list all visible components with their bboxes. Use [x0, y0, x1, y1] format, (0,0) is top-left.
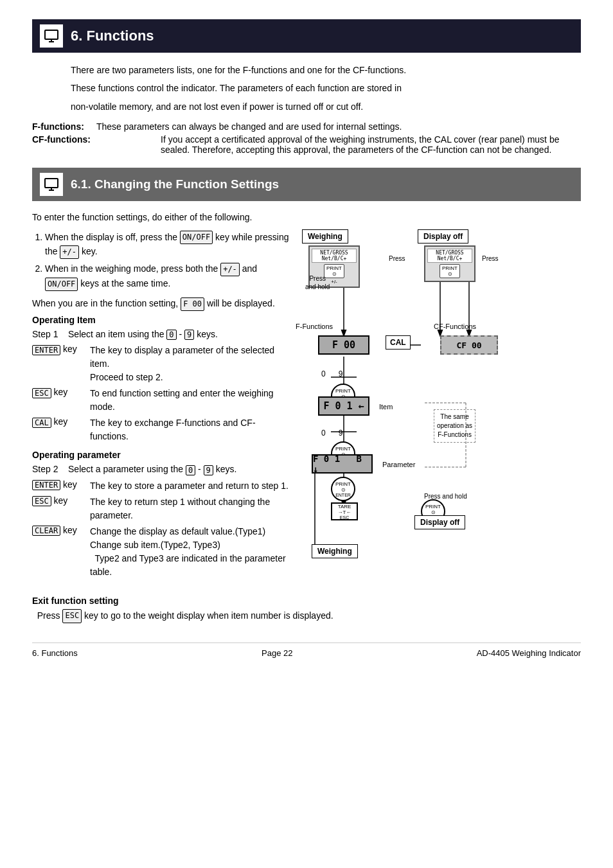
parameter-label: Parameter	[382, 461, 415, 468]
esc-key-row2: ESC key The key to return step 1 without…	[32, 495, 289, 522]
footer-center: Page 22	[262, 648, 292, 658]
f00-display: F 00	[318, 335, 369, 355]
clear-key-desc: Change the display as default value.(Typ…	[90, 525, 289, 579]
press-text-right2: Press	[482, 255, 499, 262]
cal-key-row: CAL key The key to exchange F-functions …	[32, 416, 289, 443]
cffunctions-label: CF-functions:	[32, 134, 96, 155]
esc-key-row1: ESC key To end function setting and ente…	[32, 387, 289, 414]
section6-title: 6. Functions	[71, 28, 154, 44]
section61-title: 6.1. Changing the Function Settings	[71, 177, 279, 191]
svg-rect-0	[45, 30, 58, 39]
ffunctions-label: F-functions:	[32, 121, 96, 132]
plusminus-key2: +/-	[220, 263, 240, 276]
key-9: 9	[184, 330, 194, 340]
esc-key-label2: ESC key	[32, 495, 90, 506]
intro-line1: There are two parameters lists, one for …	[71, 63, 581, 77]
ffunctions-row: F-functions: These parameters can always…	[32, 121, 581, 132]
clear-key-label: CLEAR key	[32, 525, 90, 536]
footer-right: AD-4405 Weighing Indicator	[477, 648, 581, 658]
intro-line3: non-volatile memory, and are not lost ev…	[71, 100, 581, 114]
weighing-label-top: Weighing	[302, 229, 348, 244]
footer-left: 6. Functions	[32, 648, 78, 658]
step1: When the display is off, press the ON/OF…	[45, 230, 289, 260]
section61-icon	[40, 173, 63, 196]
cffunctions-row: CF-functions: If you accept a certificat…	[32, 134, 581, 155]
page-footer: 6. Functions Page 22 AD-4405 Weighing In…	[32, 642, 581, 658]
exit-section: Exit function setting Press ESC key to g…	[32, 596, 581, 623]
range-0-9-top: 0 9	[321, 369, 342, 378]
press-text-right: Press	[389, 255, 405, 262]
ffunctions-desc: These parameters can always be changed a…	[96, 121, 581, 132]
onoff-key2: ON/OFF	[45, 278, 78, 291]
operating-item-section: Operating Item Step 1 Select an item usi…	[32, 315, 289, 443]
section61-header: 6.1. Changing the Function Settings	[32, 168, 581, 201]
f00-key: F 00	[181, 297, 204, 311]
key-0: 0	[166, 330, 176, 340]
cffunctions-desc: If you accept a certificated approval of…	[161, 134, 581, 155]
functions-list: F-functions: These parameters can always…	[32, 121, 581, 155]
step1-line: Step 1 Select an item using the 0 - 9 ke…	[32, 329, 289, 340]
steps-list: When the display is off, press the ON/OF…	[45, 230, 289, 292]
operating-param-section: Operating parameter Step 2 Select a para…	[32, 450, 289, 578]
intro-line2: These functions control the indicator. T…	[71, 81, 581, 95]
text-content: To enter the function settings, do eithe…	[32, 210, 289, 585]
section6-icon	[40, 24, 63, 48]
section61-content: To enter the function settings, do eithe…	[32, 210, 581, 585]
cal-button: CAL	[386, 335, 411, 350]
key-0b: 0	[186, 465, 195, 475]
press-and-hold-left: Pressand hold	[305, 274, 330, 291]
onoff-key: ON/OFF	[180, 231, 213, 244]
clear-key-row: CLEAR key Change the display as default …	[32, 525, 289, 579]
same-operation-label: The sameoperation asF-Functions	[434, 409, 475, 443]
esc-key-label1: ESC key	[32, 387, 90, 398]
diagram-wrapper: Weighing Display off NET/GROSSNet/B/C+ P…	[296, 210, 533, 570]
exit-desc: Press ESC key to go to the weight displa…	[32, 608, 581, 623]
enter-key-desc2: The key to store a parameter and return …	[90, 479, 289, 493]
plusminus-key1: +/-	[60, 245, 79, 259]
display-off-bottom: Display off	[414, 515, 465, 529]
diagram-area: Weighing Display off NET/GROSSNet/B/C+ P…	[296, 210, 540, 585]
operating-item-title: Operating Item	[32, 315, 289, 325]
enter-key-label2: ENTER key	[32, 479, 90, 490]
cf-functions-label: CF-Functions	[434, 323, 476, 330]
key-9b: 9	[204, 465, 213, 475]
cal-key-label: CAL key	[32, 416, 90, 427]
enter-key-desc: The key to display a parameter of the se…	[90, 344, 289, 384]
fnn-display-text: When you are in the function setting, F …	[32, 296, 289, 311]
esc-key-desc1: To end function setting and enter the we…	[90, 387, 289, 414]
weighing-label-bottom: Weighing	[312, 544, 358, 558]
print-circle-3: PRINT ⊙ ENTER	[331, 477, 355, 501]
f01b-display: F 0 1 B ↓	[312, 454, 373, 474]
f-functions-label: F-Functions	[296, 323, 333, 330]
enter-key-row: ENTER key The key to display a parameter…	[32, 344, 289, 384]
cal-key-desc: The key to exchange F-functions and CF-f…	[90, 416, 289, 443]
param-key-rows: ENTER key The key to store a parameter a…	[32, 479, 289, 579]
esc-key-exit: ESC	[62, 609, 82, 623]
tare-button: TARE →T← ESC	[331, 502, 358, 520]
section6-header: 6. Functions	[32, 19, 581, 53]
cf00-display: CF 00	[440, 335, 498, 355]
svg-rect-3	[45, 179, 58, 188]
enter-key-label: ENTER key	[32, 344, 90, 355]
f01-display: F 0 1 ←	[318, 396, 369, 416]
press-hold-bottom: Press and hold	[424, 493, 467, 500]
step2: When in the weighing mode, press both th…	[45, 261, 289, 291]
range-0-9-bot: 0 9	[321, 429, 342, 438]
item-key-rows: ENTER key The key to display a parameter…	[32, 344, 289, 443]
display-off-label-top: Display off	[418, 229, 468, 244]
esc-key-desc2: The key to return step 1 without changin…	[90, 495, 289, 522]
step2-line: Step 2 Select a parameter using the 0 - …	[32, 464, 289, 475]
intro-para: To enter the function settings, do eithe…	[32, 210, 289, 224]
enter-key-row2: ENTER key The key to store a parameter a…	[32, 479, 289, 493]
item-label: Item	[379, 403, 393, 411]
section6-intro: There are two parameters lists, one for …	[71, 63, 581, 114]
exit-title: Exit function setting	[32, 596, 581, 606]
operating-param-title: Operating parameter	[32, 450, 289, 460]
kbd-device-right: NET/GROSSNet/B/C+ PRINT⊙	[424, 245, 475, 282]
